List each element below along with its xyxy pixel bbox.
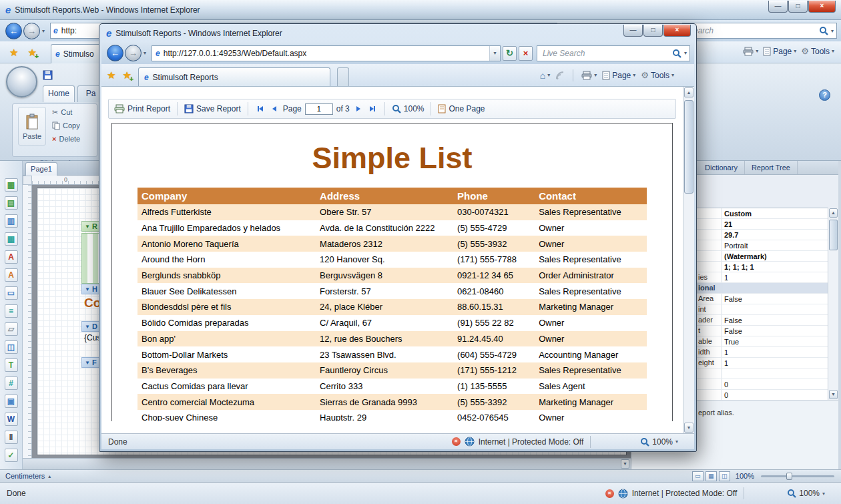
favorites-star-icon[interactable]: ★ xyxy=(107,69,115,81)
scroll-up-button[interactable]: ▲ xyxy=(684,87,693,97)
print-dropdown-icon[interactable]: ▾ xyxy=(756,48,758,54)
delete-button[interactable]: × Delete xyxy=(50,133,82,145)
sheet-tab-page1[interactable]: Page1 xyxy=(25,162,57,176)
maximize-button[interactable]: □ xyxy=(788,1,808,13)
status-zoom-dropdown-icon[interactable]: ▾ xyxy=(675,439,678,445)
scroll-thumb[interactable] xyxy=(829,220,838,250)
property-value[interactable]: Custom xyxy=(722,210,828,218)
tools-menu-button[interactable]: ⚙ Tools ▾ xyxy=(641,70,674,80)
canvas-horizontal-scrollbar[interactable]: ▼ xyxy=(23,458,631,469)
search-box[interactable]: ▾ xyxy=(682,23,837,39)
foreground-titlebar[interactable]: e Stimulsoft Reports - Windows Internet … xyxy=(99,24,696,42)
units-label[interactable]: Centimeters xyxy=(5,472,45,480)
close-button[interactable]: × xyxy=(663,25,691,37)
page-number-input[interactable] xyxy=(305,103,333,115)
paste-button[interactable]: Paste xyxy=(18,107,46,146)
add-favorite-icon[interactable]: ★+ xyxy=(27,47,36,59)
print-button[interactable]: ▾ xyxy=(581,71,597,80)
scroll-down-button[interactable]: ▼ xyxy=(684,423,693,433)
property-value[interactable]: 1 xyxy=(722,274,828,282)
property-value[interactable]: 0 xyxy=(722,381,828,389)
minimize-button[interactable]: — xyxy=(768,1,788,13)
property-value[interactable]: (Watermark) xyxy=(722,252,828,260)
tools-menu-button[interactable]: ⚙ Tools ▾ xyxy=(801,46,834,56)
zoom-slider[interactable] xyxy=(761,475,834,477)
property-value[interactable]: 21 xyxy=(722,220,828,228)
search-icon[interactable] xyxy=(672,49,681,58)
minimize-button[interactable]: — xyxy=(623,25,643,37)
panel-tab-report-tree[interactable]: Report Tree xyxy=(745,161,798,174)
toolbox-icon[interactable]: ▦ xyxy=(5,232,18,246)
toolbox-icon[interactable]: ▣ xyxy=(5,395,18,408)
property-value[interactable]: 1; 1; 1; 1 xyxy=(722,263,828,271)
view-mode-multi-page-icon[interactable]: ▦ xyxy=(706,471,717,481)
security-zone-label[interactable]: Internet | Protected Mode: Off xyxy=(479,437,584,447)
toolbox-icon[interactable]: ▦ xyxy=(5,178,18,192)
view-mode-page-width-icon[interactable]: ◫ xyxy=(719,471,730,481)
refresh-button[interactable]: ↻ xyxy=(503,46,517,61)
toolbox-icon[interactable]: ‖ xyxy=(5,431,18,444)
scroll-down-button[interactable]: ▼ xyxy=(829,390,838,399)
prev-page-button[interactable] xyxy=(269,103,280,114)
toolbox-icon[interactable]: ✓ xyxy=(5,449,18,462)
home-button[interactable]: ⌂ ▾ xyxy=(540,70,550,81)
property-value[interactable]: Portrait xyxy=(722,242,828,250)
zoom-button[interactable]: 100% xyxy=(392,104,425,113)
scroll-thumb[interactable] xyxy=(684,100,693,194)
save-report-button[interactable]: Save Report xyxy=(184,104,241,113)
search-input[interactable] xyxy=(537,49,669,58)
foreground-window[interactable]: e Stimulsoft Reports - Windows Internet … xyxy=(99,23,697,452)
toolbox-icon[interactable]: # xyxy=(5,376,18,390)
search-input[interactable] xyxy=(683,26,816,35)
panel-tab-dictionary[interactable]: Dictionary xyxy=(698,161,745,174)
application-menu-button[interactable] xyxy=(6,66,37,97)
search-dropdown-icon[interactable]: ▾ xyxy=(831,28,834,34)
page-menu-button[interactable]: Page ▾ xyxy=(602,71,635,80)
close-button[interactable]: × xyxy=(808,1,836,13)
toolbox-icon[interactable]: W xyxy=(5,413,18,426)
quick-save-button[interactable] xyxy=(43,70,53,80)
forward-button[interactable]: → xyxy=(23,23,40,39)
toolbox-icon[interactable]: A xyxy=(5,268,18,282)
toolbox-icon[interactable]: ▤ xyxy=(5,196,18,210)
cut-button[interactable]: ✂ Cut xyxy=(50,106,82,118)
property-value[interactable]: 1 xyxy=(722,359,828,367)
status-zoom-icon[interactable] xyxy=(787,489,796,498)
property-value[interactable]: False xyxy=(722,295,828,303)
search-box[interactable]: ▾ xyxy=(537,45,690,61)
history-dropdown-icon[interactable]: ▾ xyxy=(144,50,146,56)
property-value[interactable]: 1 xyxy=(722,348,828,356)
toolbox-icon[interactable]: ▥ xyxy=(5,214,18,228)
panel-scrollbar[interactable]: ▲ ▼ xyxy=(828,208,838,400)
toolbox-icon[interactable]: T xyxy=(5,358,18,372)
toolbox-icon[interactable]: ▭ xyxy=(5,286,18,300)
property-value[interactable]: False xyxy=(722,327,828,335)
browser-tab[interactable]: e Stimulsoft Reports xyxy=(138,67,330,86)
toolbox-icon[interactable]: ≡ xyxy=(5,304,18,318)
background-titlebar[interactable]: e Stimulsoft Reports.Web - Windows Inter… xyxy=(0,0,841,20)
page-alert-icon[interactable]: × xyxy=(605,489,614,498)
print-button[interactable]: ▾ xyxy=(743,47,758,56)
scroll-up-button[interactable]: ▲ xyxy=(829,208,838,218)
copy-button[interactable]: Copy xyxy=(50,119,82,132)
view-mode-one-page-icon[interactable]: ▭ xyxy=(692,471,704,481)
print-report-button[interactable]: Print Report xyxy=(114,104,170,113)
favorites-star-icon[interactable]: ★ xyxy=(9,47,18,59)
ribbon-tab-home[interactable]: Home xyxy=(43,85,75,102)
status-zoom-icon[interactable] xyxy=(640,437,649,447)
maximize-button[interactable]: □ xyxy=(643,25,663,37)
toolbox-icon[interactable]: A xyxy=(5,250,18,264)
next-page-button[interactable] xyxy=(353,103,364,114)
units-dropdown-icon[interactable]: ▴ xyxy=(48,473,51,479)
property-value[interactable]: 29.7 xyxy=(722,231,828,239)
zoom-slider-thumb[interactable] xyxy=(786,473,792,480)
address-dropdown-button[interactable]: ▾ xyxy=(489,46,500,61)
feed-button[interactable] xyxy=(555,71,565,80)
property-value[interactable]: 0 xyxy=(722,391,828,399)
forward-button[interactable]: → xyxy=(125,45,142,61)
new-tab-stub[interactable] xyxy=(337,67,349,86)
security-zone-label[interactable]: Internet | Protected Mode: Off xyxy=(632,489,738,498)
page-alert-icon[interactable]: × xyxy=(452,437,461,446)
back-button[interactable]: ← xyxy=(107,45,123,61)
toolbox-icon[interactable]: ◫ xyxy=(5,340,18,354)
